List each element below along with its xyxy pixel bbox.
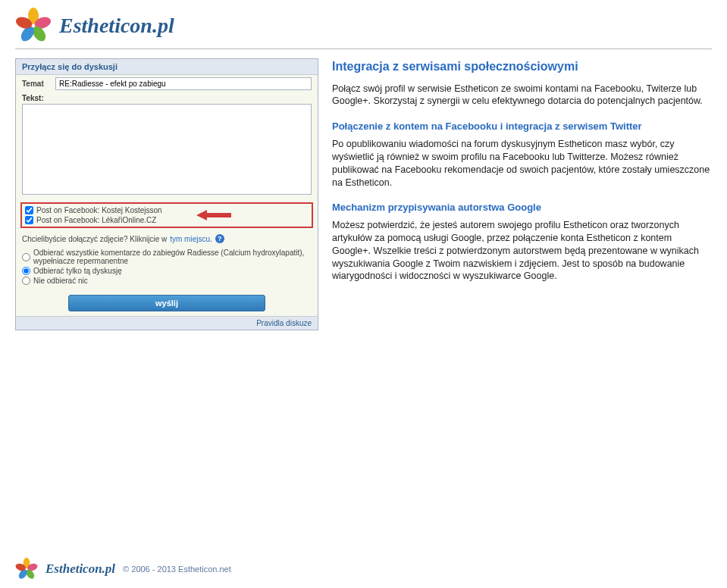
- send-button[interactable]: wyślij: [68, 295, 265, 311]
- subject-input[interactable]: [55, 77, 312, 90]
- article-intro: Połącz swój profil w serwisie Estheticon…: [332, 83, 712, 108]
- subscribe-options: Odbierać wszystkie komentarze do zabiegó…: [16, 246, 318, 290]
- discussion-form: Przyłącz się do dyskusji Temat Tekst: Po…: [15, 58, 318, 330]
- subscribe-label-1: Odbierać wszystkie komentarze do zabiegó…: [33, 249, 312, 265]
- subscribe-option-2: Odbierać tylko tą dyskusję: [22, 266, 312, 276]
- attach-photo-line: Chcielibyście dołączyć zdjęcie? Kliknijc…: [16, 231, 318, 246]
- article-heading: Integracja z serwisami społecznościowymi: [332, 58, 712, 75]
- attach-text: Chcielibyście dołączyć zdjęcie? Kliknijc…: [22, 235, 167, 243]
- attach-link[interactable]: tym miejscu.: [170, 235, 212, 243]
- section-body-google: Możesz potwierdzić, że jesteś autorem sw…: [332, 219, 712, 283]
- page-footer: Estheticon.pl © 2006 - 2013 Estheticon.n…: [0, 558, 727, 580]
- message-textarea[interactable]: [22, 104, 312, 195]
- form-title: Przyłącz się do dyskusji: [16, 59, 318, 75]
- text-label: Tekst:: [22, 94, 312, 102]
- footer-brand: Estheticon.pl: [45, 561, 115, 577]
- brand-title: Estheticon.pl: [59, 14, 174, 38]
- post-fb-label-2: Post on Facebook: LékařiOnline.CZ: [36, 216, 156, 224]
- subscribe-radio-2[interactable]: [22, 267, 30, 275]
- red-arrow-icon: [196, 210, 231, 220]
- post-fb-row-1: Post on Facebook: Kostej Kostejsson: [25, 205, 309, 215]
- logo-flower-icon: [15, 8, 52, 44]
- subject-row: Temat: [16, 75, 318, 92]
- text-row: Tekst:: [16, 92, 318, 201]
- header-divider: [15, 48, 712, 49]
- post-fb-checkbox-1[interactable]: [25, 206, 33, 214]
- subscribe-label-3: Nie odbierać nic: [33, 277, 88, 285]
- post-fb-label-1: Post on Facebook: Kostej Kostejsson: [36, 206, 162, 214]
- section-heading-fb-twitter: Połączenie z kontem na Facebooku i integ…: [332, 120, 712, 133]
- footer-logo-flower-icon: [15, 558, 38, 580]
- subject-label: Temat: [22, 80, 51, 88]
- svg-marker-5: [196, 210, 231, 220]
- post-fb-row-2: Post on Facebook: LékařiOnline.CZ: [25, 215, 309, 225]
- subscribe-radio-3[interactable]: [22, 277, 30, 285]
- facebook-post-highlight-box: Post on Facebook: Kostej Kostejsson Post…: [20, 202, 313, 228]
- footer-copyright: © 2006 - 2013 Estheticon.net: [123, 565, 231, 574]
- section-heading-google: Mechanizm przypisywania autorstwa Google: [332, 201, 712, 214]
- section-body-fb-twitter: Po opublikowaniu wiadomości na forum dys…: [332, 138, 712, 189]
- main-content: Przyłącz się do dyskusji Temat Tekst: Po…: [0, 58, 727, 330]
- form-screenshot-column: Przyłącz się do dyskusji Temat Tekst: Po…: [15, 58, 318, 330]
- subscribe-label-2: Odbierać tylko tą dyskusję: [33, 267, 122, 275]
- post-fb-checkbox-2[interactable]: [25, 216, 33, 224]
- page-header: Estheticon.pl: [0, 0, 727, 48]
- article-column: Integracja z serwisami społecznościowymi…: [332, 58, 712, 330]
- discussion-rules-link[interactable]: Pravidla diskuze: [16, 316, 318, 330]
- subscribe-option-1: Odbierać wszystkie komentarze do zabiegó…: [22, 248, 312, 266]
- help-icon[interactable]: ?: [215, 234, 224, 243]
- subscribe-option-3: Nie odbierać nic: [22, 276, 312, 286]
- subscribe-radio-1[interactable]: [22, 253, 30, 261]
- send-bar: wyślij: [16, 290, 318, 316]
